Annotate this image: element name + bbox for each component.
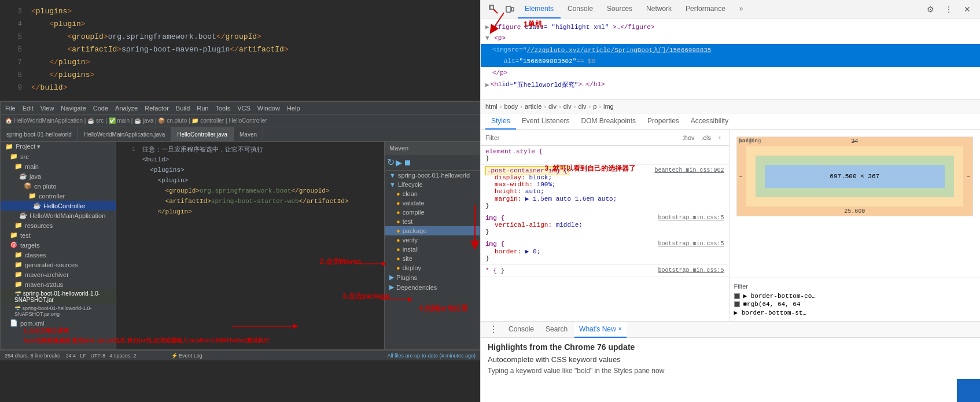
bc-p[interactable]: p [593,103,596,110]
dom-line-3[interactable]: <img src= "//zzqpluto.xyz/article/Spring… [481,44,980,56]
menu-vcs[interactable]: VCS [237,105,250,112]
sidebar-src[interactable]: 📁src [1,152,116,161]
css-source-3[interactable]: bootstrap.min.css:5 [658,241,724,247]
maven-verify[interactable]: ● verify [385,235,480,245]
ide-content-area: 📁Project ▾ 📁src 📁main ☕java 📦cn pluto 📁c… [1,142,480,350]
bottom-content: Highlights from the Chrome 76 update Aut… [481,338,980,402]
style-tab-properties[interactable]: Properties [642,113,685,130]
box-model-panel: margin 24 – 25.600 – border – padding – [730,130,981,321]
filter-input[interactable] [485,134,676,141]
maven-package[interactable]: ● package [385,226,480,235]
menu-view[interactable]: View [40,105,54,112]
menu-navigate[interactable]: Navigate [61,105,86,112]
sidebar-generated-sources[interactable]: 📁generated-sources [1,260,116,270]
maven-deploy[interactable]: ● deploy [385,263,480,272]
close-devtools-btn[interactable]: ✕ [959,1,975,17]
add-style-btn[interactable]: + [716,133,724,142]
maven-test[interactable]: ● test [385,217,480,226]
sidebar-maven-status[interactable]: 📁maven-status [1,279,116,289]
menu-run[interactable]: Run [197,105,208,112]
dom-line-5[interactable]: </p> [481,67,980,79]
maven-lifecycle[interactable]: ▼ Lifecycle [385,180,480,189]
css-selector-img-1: img { [485,215,504,222]
menu-window[interactable]: Window [257,105,280,112]
whats-new-title: Highlights from the Chrome 76 update [488,342,973,352]
sidebar-java[interactable]: ☕java [1,171,116,181]
tab-more[interactable]: » [732,0,750,19]
maven-plugins[interactable]: ▶ Plugins [385,272,480,282]
tab-network[interactable]: Network [639,0,679,19]
maven-dependencies[interactable]: ▶ Dependencies [385,282,480,292]
close-whats-new-btn[interactable]: × [618,326,622,332]
dom-line-6[interactable]: ▶ <h1 id= "五helloworld探究" >…</h1> [481,79,980,90]
dom-expand-6[interactable]: ▶ [485,81,489,88]
tab-maven[interactable]: Maven [234,127,263,142]
dom-line-1[interactable]: ▶ <figure class= "highlight xml" >…</fig… [481,21,980,32]
cls-filter-btn[interactable]: .cls [699,133,714,142]
maven-compile[interactable]: ● compile [385,208,480,217]
tab-spring-helloworld[interactable]: spring-boot-01-helloworld [1,127,78,142]
style-tab-event-listeners[interactable]: Event Listeners [516,113,576,130]
sidebar-jar-2[interactable]: 🗃️ spring-boot-01-helloworld-1.0-SNAPSHO… [1,304,116,318]
bc-img[interactable]: img [603,103,614,110]
css-source-4[interactable]: bootstrap.min.css:5 [658,267,724,274]
css-source-1[interactable]: beantech.min.css:902 [654,167,724,174]
tab-sources[interactable]: Sources [600,0,639,19]
sidebar-project[interactable]: 📁Project ▾ [1,142,116,152]
bottom-tab-whats-new[interactable]: What's New × [574,322,626,338]
bc-div3[interactable]: div [578,103,586,110]
css-block-img-1: img { bootstrap.min.css:5 vertical-align… [481,212,729,238]
sidebar-resources[interactable]: 📁resources [1,220,116,230]
sidebar-controller[interactable]: 📁controller [1,191,116,201]
menu-file[interactable]: File [5,105,16,112]
maven-springboot-helloworld[interactable]: ▼ spring-boot-01-helloworld [385,171,480,180]
sidebar-main-app[interactable]: ☕HelloWorldMainApplication [1,211,116,220]
maven-site[interactable]: ● site [385,254,480,263]
menu-code[interactable]: Code [93,105,108,112]
sidebar-classes[interactable]: 📁classes [1,250,116,260]
bc-div1[interactable]: div [548,103,557,110]
maven-validate[interactable]: ● validate [385,198,480,208]
menu-edit[interactable]: Edit [23,105,34,112]
dom-line-4[interactable]: alt= "1566699883502" == $0 [481,56,980,67]
style-tab-styles[interactable]: Styles [485,113,516,130]
tab-main-application[interactable]: HelloWorldMainApplication.java [78,127,171,142]
bc-article[interactable]: article [525,103,541,110]
tab-hello-controller[interactable]: HelloController.java [171,127,234,142]
sidebar-test[interactable]: 📁test [1,230,116,240]
style-tab-dom-breakpoints[interactable]: DOM Breakpoints [575,113,642,130]
maven-run-btn[interactable]: ▶ [396,158,402,167]
menu-refactor[interactable]: Refactor [145,105,169,112]
maven-install[interactable]: ● install [385,245,480,254]
sidebar-main[interactable]: 📁main [1,161,116,171]
sidebar-pom[interactable]: 📄pom.xml [1,318,116,328]
menu-build[interactable]: Build [176,105,190,112]
sidebar-hello-controller[interactable]: ☕HelloController [1,201,116,211]
menu-help[interactable]: Help [287,105,300,112]
css-source-2[interactable]: bootstrap.min.css:5 [658,215,724,221]
bottom-tab-search[interactable]: Search [541,322,572,338]
bc-div2[interactable]: div [563,103,572,110]
settings-btn[interactable]: ⚙ [922,1,938,17]
tab-performance[interactable]: Performance [679,0,732,19]
sidebar-jar-1[interactable]: 🗃️ spring-boot-01-helloworld-1.0-SNAPSHO… [1,289,116,304]
bottom-tab-console[interactable]: Console [504,322,539,338]
sidebar-targets[interactable]: 🎯targets [1,240,116,250]
hov-filter-btn[interactable]: :hov [680,133,697,142]
maven-stop-btn[interactable]: ⏹ [403,158,411,167]
bc-body[interactable]: body [504,103,518,110]
maven-refresh-btn[interactable]: ↻ [387,157,395,168]
svg-rect-8 [511,8,514,11]
maven-clean[interactable]: ● clean [385,189,480,198]
bc-html[interactable]: html [485,103,498,110]
menu-tools[interactable]: Tools [215,105,230,112]
menu-analyze[interactable]: Analyze [115,105,138,112]
tab-console[interactable]: Console [561,0,600,19]
style-tab-accessibility[interactable]: Accessibility [685,113,734,130]
bottom-menu-btn[interactable]: ⋮ [485,322,502,338]
dom-area: 1单机 ▶ <figure class= "highlight xml" >…<… [481,19,980,99]
more-options-btn[interactable]: ⋮ [941,1,957,17]
sidebar-cn-pluto[interactable]: 📦cn pluto [1,181,116,191]
sidebar-maven-archiver[interactable]: 📁maven-archiver [1,270,116,279]
dom-line-2[interactable]: ▼ <p> [481,32,980,44]
